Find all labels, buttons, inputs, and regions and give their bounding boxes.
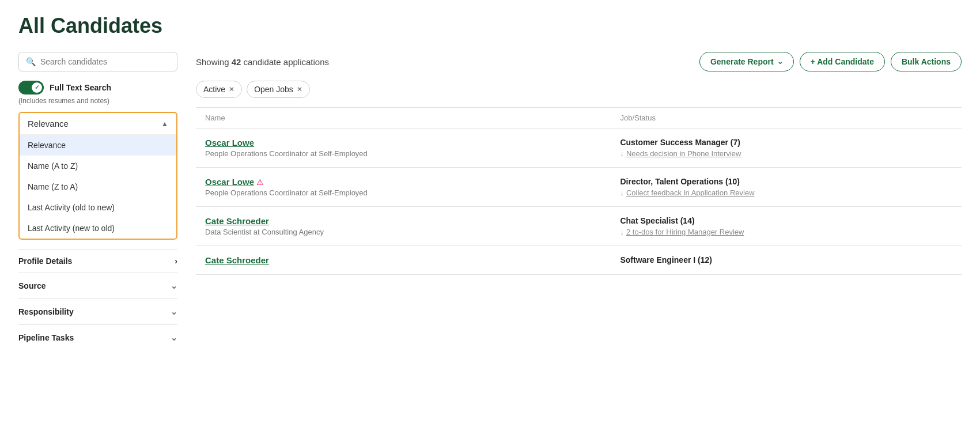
filter-open-jobs-label: Open Jobs	[254, 85, 293, 94]
candidate-name-oscar-lowe-1[interactable]: Oscar Lowe	[205, 138, 601, 148]
table-row: Oscar Lowe ⚠ People Operations Coordinat…	[196, 168, 962, 207]
candidate-subtitle-1: People Operations Coordinator at Self-Em…	[205, 149, 601, 158]
sort-option-relevance[interactable]: Relevance	[20, 135, 176, 156]
bulk-actions-label: Bulk Actions	[902, 57, 951, 66]
name-row-2: Oscar Lowe ⚠	[205, 177, 601, 187]
search-box[interactable]: 🔍	[18, 52, 177, 71]
search-icon: 🔍	[26, 57, 36, 66]
source-chevron-icon: ⌄	[171, 281, 177, 290]
job-status-3: ↓ 2 to-dos for Hiring Manager Review	[620, 228, 952, 236]
showing-suffix: candidate applications	[241, 57, 329, 67]
toggle-sublabel: (Includes resumes and notes)	[18, 97, 177, 105]
table-cell-job-status-4: Software Engineer I (12)	[611, 246, 962, 275]
page-title: All Candidates	[18, 14, 962, 38]
table-row: Cate Schroeder Data Scientist at Consult…	[196, 207, 962, 246]
generate-report-button[interactable]: Generate Report ⌄	[699, 52, 794, 71]
sidebar-section-source[interactable]: Source ⌄	[18, 273, 177, 298]
table-cell-name-4: Cate Schroeder	[196, 246, 611, 275]
generate-report-label: Generate Report	[710, 57, 774, 66]
job-status-1: ↓ Needs decision in Phone Interview	[620, 149, 952, 158]
job-status-link-2[interactable]: Collect feedback in Application Review	[626, 188, 755, 197]
pipeline-tasks-chevron-icon: ⌄	[171, 333, 177, 342]
sort-arrow-icon: ▲	[161, 120, 168, 128]
sidebar-section-profile-details[interactable]: Profile Details ›	[18, 249, 177, 273]
header-actions: Generate Report ⌄ + Add Candidate Bulk A…	[699, 52, 962, 71]
status-arrow-icon-2: ↓	[620, 188, 624, 197]
table-cell-name-3: Cate Schroeder Data Scientist at Consult…	[196, 207, 611, 246]
sort-option-activity-old[interactable]: Last Activity (old to new)	[20, 197, 176, 218]
responsibility-chevron-icon: ⌄	[171, 307, 177, 316]
add-candidate-button[interactable]: + Add Candidate	[800, 52, 885, 71]
showing-text: Showing 42 candidate applications	[196, 57, 329, 67]
candidate-subtitle-3: Data Scientist at Consulting Agency	[205, 228, 601, 236]
main-header: Showing 42 candidate applications Genera…	[196, 52, 962, 71]
candidate-count: 42	[232, 57, 241, 67]
job-status-2: ↓ Collect feedback in Application Review	[620, 188, 952, 197]
filter-active-label: Active	[203, 85, 225, 94]
bulk-actions-button[interactable]: Bulk Actions	[891, 52, 962, 71]
sort-selected-label: Relevance	[28, 119, 69, 129]
col-job-status: Job/Status	[611, 108, 962, 129]
search-input[interactable]	[40, 57, 170, 66]
col-name: Name	[196, 108, 611, 129]
sort-option-activity-new[interactable]: Last Activity (new to old)	[20, 218, 176, 239]
full-text-search-toggle[interactable]	[18, 81, 44, 95]
candidates-table: Name Job/Status Oscar Lowe People Operat…	[196, 107, 962, 275]
table-cell-name: Oscar Lowe People Operations Coordinator…	[196, 129, 611, 168]
sidebar-section-pipeline-tasks[interactable]: Pipeline Tasks ⌄	[18, 324, 177, 350]
add-candidate-label: + Add Candidate	[811, 57, 874, 66]
job-title-4: Software Engineer I (12)	[620, 255, 952, 264]
status-arrow-icon-3: ↓	[620, 228, 624, 236]
candidate-name-cate-schroeder-1[interactable]: Cate Schroeder	[205, 216, 601, 226]
page-container: All Candidates 🔍 Full Text Search (Inclu…	[0, 0, 980, 364]
job-status-link-3[interactable]: 2 to-dos for Hiring Manager Review	[626, 228, 744, 236]
filter-chip-active[interactable]: Active ✕	[196, 81, 242, 98]
profile-details-label: Profile Details	[18, 256, 72, 266]
filter-open-jobs-remove-icon[interactable]: ✕	[297, 85, 302, 93]
table-row: Oscar Lowe People Operations Coordinator…	[196, 129, 962, 168]
filter-chip-open-jobs[interactable]: Open Jobs ✕	[247, 81, 310, 98]
candidate-name-oscar-lowe-2[interactable]: Oscar Lowe	[205, 177, 254, 187]
table-cell-name-2: Oscar Lowe ⚠ People Operations Coordinat…	[196, 168, 611, 207]
sidebar: 🔍 Full Text Search (Includes resumes and…	[18, 52, 191, 350]
job-title-1: Customer Success Manager (7)	[620, 138, 952, 147]
main-content: Showing 42 candidate applications Genera…	[191, 52, 962, 350]
sidebar-section-responsibility[interactable]: Responsibility ⌄	[18, 298, 177, 324]
job-status-link-1[interactable]: Needs decision in Phone Interview	[626, 149, 741, 158]
generate-report-arrow-icon: ⌄	[777, 58, 783, 66]
profile-details-chevron-icon: ›	[175, 256, 177, 266]
alert-icon-2: ⚠	[256, 177, 264, 187]
full-text-search-toggle-row: Full Text Search	[18, 81, 177, 95]
table-cell-job-status-3: Chat Specialist (14) ↓ 2 to-dos for Hiri…	[611, 207, 962, 246]
filter-active-remove-icon[interactable]: ✕	[229, 85, 234, 93]
table-cell-job-status: Customer Success Manager (7) ↓ Needs dec…	[611, 129, 962, 168]
responsibility-label: Responsibility	[18, 307, 74, 316]
sort-dropdown-header[interactable]: Relevance ▲	[20, 113, 176, 134]
pipeline-tasks-label: Pipeline Tasks	[18, 333, 74, 342]
sort-option-name-az[interactable]: Name (A to Z)	[20, 156, 176, 176]
main-layout: 🔍 Full Text Search (Includes resumes and…	[18, 52, 962, 350]
source-label: Source	[18, 281, 46, 290]
filters-row: Active ✕ Open Jobs ✕	[196, 81, 962, 98]
table-header-row: Name Job/Status	[196, 108, 962, 129]
table-cell-job-status-2: Director, Talent Operations (10) ↓ Colle…	[611, 168, 962, 207]
sort-options-list: Relevance Name (A to Z) Name (Z to A) La…	[20, 134, 176, 239]
sort-option-name-za[interactable]: Name (Z to A)	[20, 176, 176, 197]
job-title-3: Chat Specialist (14)	[620, 216, 952, 225]
candidate-name-cate-schroeder-2[interactable]: Cate Schroeder	[205, 255, 601, 265]
showing-prefix: Showing	[196, 57, 232, 67]
candidate-subtitle-2: People Operations Coordinator at Self-Em…	[205, 188, 601, 197]
status-arrow-icon-1: ↓	[620, 149, 624, 158]
table-row: Cate Schroeder Software Engineer I (12)	[196, 246, 962, 275]
job-title-2: Director, Talent Operations (10)	[620, 177, 952, 186]
sort-dropdown[interactable]: Relevance ▲ Relevance Name (A to Z) Name…	[18, 112, 177, 240]
toggle-label: Full Text Search	[50, 83, 111, 92]
